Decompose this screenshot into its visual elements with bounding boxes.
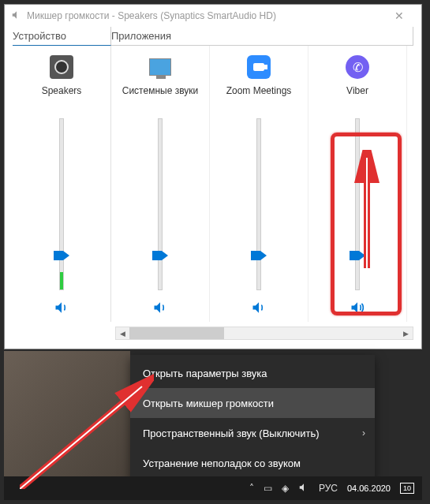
viber-icon[interactable]: ✆ [344,54,371,80]
menu-open-sound-settings[interactable]: Открыть параметры звука [130,358,375,388]
chevron-right-icon: › [362,427,365,439]
system-sounds-icon[interactable] [147,54,174,80]
titlebar[interactable]: Микшер громкости - Speakers (Synaptics S… [5,5,421,27]
window-title: Микшер громкости - Speakers (Synaptics S… [27,10,379,21]
device-mute-button[interactable] [50,298,73,317]
app-volume-slider[interactable] [256,118,261,290]
volume-mixer-window: Микшер громкости - Speakers (Synaptics S… [4,4,422,349]
menu-item-label: Открыть параметры звука [143,368,267,379]
app-slider-thumb[interactable] [152,251,168,260]
titlebar-speaker-icon [11,9,22,23]
menu-item-label: Открыть микшер громкости [143,398,274,409]
app-label[interactable]: Системные звуки [122,85,198,109]
menu-open-volume-mixer[interactable]: Открыть микшер громкости [130,388,375,418]
app-volume-slider[interactable] [355,118,360,290]
applications-section-header: Приложения [111,27,413,46]
app-volume-slider[interactable] [158,118,163,290]
device-label[interactable]: Speakers [42,85,82,109]
menu-item-label: Пространственный звук (Выключить) [143,427,320,439]
app-card-viber: ✆ Viber [308,46,407,322]
tray-battery-icon[interactable]: ▭ [264,483,272,494]
tray-volume-icon[interactable] [298,482,309,495]
taskbar[interactable]: ˄ ▭ ◈ РУС 04.06.2020 10 [4,476,422,500]
close-button[interactable]: ✕ [383,9,415,22]
app-mute-button[interactable] [346,298,368,317]
tray-up-icon[interactable]: ˄ [249,483,254,494]
scroll-left-button[interactable]: ◀ [116,327,129,339]
app-mute-button[interactable] [248,298,270,317]
app-slider-thumb[interactable] [350,251,365,260]
app-label[interactable]: Zoom Meetings [226,85,292,109]
app-card-system-sounds: Системные звуки [111,46,210,322]
menu-troubleshoot-sound[interactable]: Устранение неполадок со звуком [130,448,375,478]
device-card-speakers: Speakers [13,46,110,322]
app-card-zoom: Zoom Meetings [210,46,308,322]
device-section-header: Устройство [13,27,111,46]
device-slider-thumb[interactable] [54,251,69,260]
device-level-meter [60,272,63,289]
app-label[interactable]: Viber [346,85,368,109]
device-volume-slider[interactable] [59,118,64,290]
app-mute-button[interactable] [149,298,171,317]
app-slider-thumb[interactable] [251,251,267,260]
applications-section: Приложения Системные звуки [111,27,413,322]
tray-network-icon[interactable]: ◈ [282,483,289,494]
apps-horizontal-scrollbar[interactable]: ◀ ▶ [115,327,413,340]
menu-item-label: Устранение неполадок со звуком [143,457,301,469]
zoom-icon[interactable] [245,54,272,80]
sound-tray-context-menu: Открыть параметры звука Открыть микшер г… [130,355,375,481]
desktop-background [4,351,130,477]
speakers-device-icon[interactable] [48,54,75,80]
tray-language-icon[interactable]: РУС [319,483,338,494]
menu-spatial-sound[interactable]: Пространственный звук (Выключить) › [130,418,375,448]
device-section: Устройство Speakers [13,27,111,322]
tray-notification-button[interactable]: 10 [400,483,414,494]
tray-date[interactable]: 04.06.2020 [347,483,391,493]
scroll-right-button[interactable]: ▶ [399,327,413,339]
scroll-thumb[interactable] [129,327,224,339]
